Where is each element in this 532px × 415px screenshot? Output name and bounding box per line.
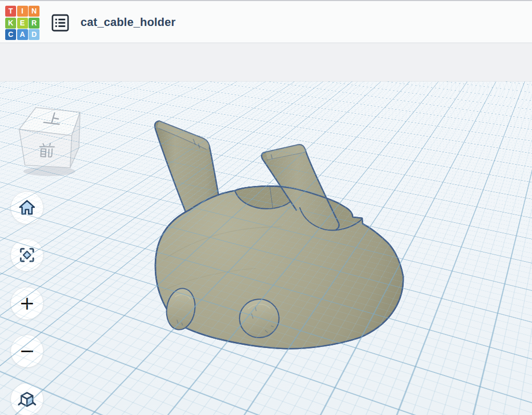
- header-bar: T I N K E R C A D cat_cable_holder: [0, 0, 532, 43]
- edit-toolbar: [0, 43, 532, 82]
- minus-icon: −: [19, 342, 35, 360]
- fit-view-button[interactable]: [10, 238, 44, 272]
- fit-view-icon: [18, 246, 36, 264]
- logo-tile: N: [29, 6, 39, 17]
- logo-tile: C: [5, 29, 16, 40]
- design-menu-button[interactable]: [51, 14, 70, 32]
- zoom-out-button[interactable]: −: [10, 334, 44, 368]
- home-icon: [18, 198, 36, 217]
- perspective-cube-icon: [17, 389, 37, 410]
- tinkercad-editor: { "header": { "logo": { "alt": "TINKERCA…: [0, 0, 532, 415]
- perspective-toggle-button[interactable]: [10, 383, 44, 415]
- logo-tile: E: [17, 18, 28, 29]
- logo-tile: K: [5, 18, 16, 29]
- logo-tile: A: [17, 29, 28, 40]
- zoom-in-button[interactable]: +: [10, 287, 44, 320]
- logo-tile: I: [17, 6, 28, 17]
- design-menu-icon: [51, 14, 70, 32]
- document-title[interactable]: cat_cable_holder: [81, 16, 176, 29]
- logo-tile: D: [29, 29, 39, 40]
- workplane-canvas[interactable]: + −: [0, 82, 532, 415]
- logo-tile: R: [29, 18, 39, 29]
- home-view-button[interactable]: [10, 191, 44, 224]
- plus-icon: +: [19, 294, 35, 313]
- tinkercad-logo[interactable]: T I N K E R C A D: [5, 6, 39, 40]
- logo-tile: T: [5, 6, 16, 17]
